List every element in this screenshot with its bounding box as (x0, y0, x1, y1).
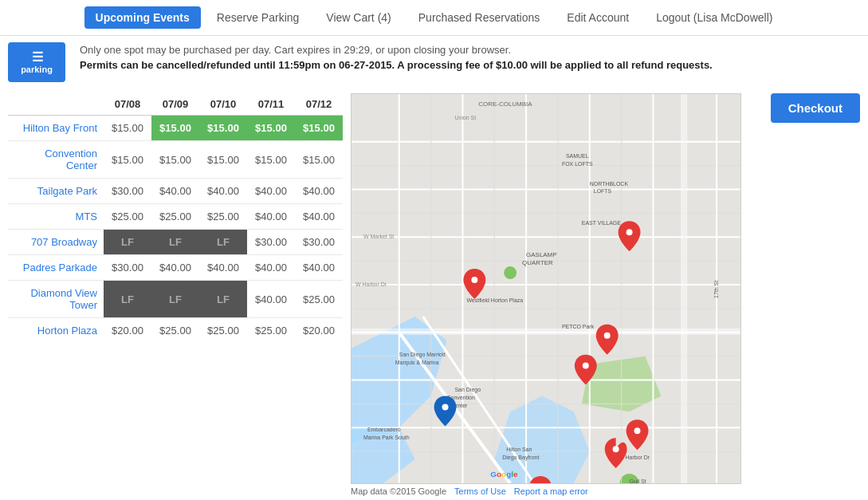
col-header-0709: 07/09 (151, 93, 199, 116)
price-cell-2-3[interactable]: $40.00 (247, 179, 295, 204)
svg-text:W Market St: W Market St (363, 234, 394, 239)
svg-text:GASLAMP: GASLAMP (526, 251, 556, 258)
price-cell-5-4[interactable]: $40.00 (295, 255, 343, 281)
svg-point-71 (634, 427, 641, 434)
price-cell-4-3[interactable]: $30.00 (247, 230, 295, 255)
location-name-2[interactable]: Tailgate Park (8, 179, 104, 204)
price-cell-4-0[interactable]: LF (104, 230, 151, 255)
price-cell-7-3[interactable]: $25.00 (247, 318, 295, 344)
svg-text:Union St: Union St (454, 115, 476, 120)
svg-text:Marquis & Marina: Marquis & Marina (395, 360, 439, 366)
price-cell-2-1[interactable]: $40.00 (151, 179, 199, 204)
price-cell-1-1[interactable]: $15.00 (151, 141, 199, 179)
table-row: Tailgate Park$30.00$40.00$40.00$40.00$40… (8, 179, 343, 204)
price-cell-6-1[interactable]: LF (151, 281, 199, 318)
svg-text:SAMUEL: SAMUEL (566, 153, 589, 159)
price-cell-2-0[interactable]: $30.00 (104, 179, 151, 204)
price-cell-0-4[interactable]: $15.00 (295, 116, 343, 141)
cart-notice: Only one spot may be purchased per day. … (80, 44, 860, 56)
svg-text:CORE-COLUMBIA: CORE-COLUMBIA (478, 100, 532, 108)
table-row: Padres Parkade$30.00$40.00$40.00$40.00$4… (8, 255, 343, 281)
svg-text:Diego Bayfront: Diego Bayfront (502, 455, 539, 461)
svg-text:W Harbor Dr: W Harbor Dr (355, 281, 387, 287)
location-name-3[interactable]: MTS (8, 204, 104, 230)
svg-text:San Diego Marriott: San Diego Marriott (399, 352, 446, 358)
price-cell-1-3[interactable]: $15.00 (247, 141, 295, 179)
table-row: MTS$25.00$25.00$25.00$40.00$40.00 (8, 204, 343, 230)
price-cell-6-4[interactable]: $25.00 (295, 281, 343, 318)
price-cell-7-2[interactable]: $25.00 (199, 318, 247, 344)
svg-text:17th St: 17th St (713, 281, 719, 298)
price-cell-3-4[interactable]: $40.00 (295, 204, 343, 230)
price-cell-1-4[interactable]: $15.00 (295, 141, 343, 179)
price-cell-1-2[interactable]: $15.00 (199, 141, 247, 179)
nav-view-cart[interactable]: View Cart (4) (315, 6, 402, 29)
location-name-6[interactable]: Diamond View Tower (8, 281, 104, 318)
svg-text:Harbor Dr: Harbor Dr (626, 455, 650, 460)
price-cell-3-1[interactable]: $25.00 (151, 204, 199, 230)
col-header-0708: 07/08 (104, 93, 151, 116)
location-name-1[interactable]: Convention Center (8, 141, 104, 179)
location-name-5[interactable]: Padres Parkade (8, 255, 104, 281)
main-content: 07/08 07/09 07/10 07/11 07/12 Hilton Bay… (0, 85, 868, 500)
price-cell-1-0[interactable]: $15.00 (104, 141, 151, 179)
logo-icon: ☰ (32, 49, 42, 65)
table-row: Convention Center$15.00$15.00$15.00$15.0… (8, 141, 343, 179)
price-cell-3-3[interactable]: $40.00 (247, 204, 295, 230)
price-cell-3-2[interactable]: $25.00 (199, 204, 247, 230)
price-cell-5-0[interactable]: $30.00 (104, 255, 151, 281)
table-row: Hilton Bay Front$15.00$15.00$15.00$15.00… (8, 116, 343, 141)
col-header-0711: 07/11 (247, 93, 295, 116)
map-data-label: Map data ©2015 Google (351, 486, 446, 496)
price-cell-3-0[interactable]: $25.00 (104, 204, 151, 230)
svg-text:Gull St: Gull St (630, 478, 646, 483)
price-cell-2-4[interactable]: $40.00 (295, 179, 343, 204)
svg-text:LOFTS: LOFTS (594, 188, 612, 194)
price-cell-5-3[interactable]: $40.00 (247, 255, 295, 281)
price-cell-0-3[interactable]: $15.00 (247, 116, 295, 141)
logo-text: parking (21, 65, 53, 75)
price-cell-4-1[interactable]: LF (151, 230, 199, 255)
location-name-4[interactable]: 707 Broadway (8, 230, 104, 255)
price-cell-0-1[interactable]: $15.00 (151, 116, 199, 141)
notice-area: Only one spot may be purchased per day. … (80, 42, 860, 71)
nav-edit-account[interactable]: Edit Account (556, 6, 640, 29)
col-header-0710: 07/10 (199, 93, 247, 116)
svg-point-65 (604, 333, 611, 339)
map-svg: CORE-COLUMBIA SAMUEL FOX LOFTS NORTHBLOC… (352, 94, 740, 483)
nav-upcoming-events[interactable]: Upcoming Events (84, 6, 201, 29)
svg-text:FOX LOFTS: FOX LOFTS (562, 161, 593, 167)
terms-of-use-link[interactable]: Terms of Use (454, 486, 506, 496)
price-cell-4-4[interactable]: $30.00 (295, 230, 343, 255)
price-cell-5-1[interactable]: $40.00 (151, 255, 199, 281)
svg-text:San Diego: San Diego (454, 387, 481, 393)
price-cell-4-2[interactable]: LF (199, 230, 247, 255)
price-cell-6-3[interactable]: $40.00 (247, 281, 295, 318)
price-cell-0-0[interactable]: $15.00 (104, 116, 151, 141)
price-cell-7-0[interactable]: $20.00 (104, 318, 151, 344)
price-cell-2-2[interactable]: $40.00 (199, 179, 247, 204)
map-footer: Map data ©2015 Google Terms of Use Repor… (351, 486, 860, 496)
col-header-0712: 07/12 (295, 93, 343, 116)
price-cell-7-4[interactable]: $20.00 (295, 318, 343, 344)
svg-point-67 (583, 363, 589, 369)
price-cell-0-2[interactable]: $15.00 (199, 116, 247, 141)
svg-point-69 (442, 404, 449, 410)
table-section: 07/08 07/09 07/10 07/11 07/12 Hilton Bay… (8, 93, 343, 496)
navigation: Upcoming Events Reserve Parking View Car… (0, 0, 868, 36)
price-cell-6-2[interactable]: LF (199, 281, 247, 318)
nav-purchased-reservations[interactable]: Purchased Reservations (407, 6, 552, 29)
nav-logout[interactable]: Logout (Lisa McDowell) (645, 6, 784, 29)
location-name-7[interactable]: Horton Plaza (8, 318, 104, 344)
checkout-button[interactable]: Checkout (771, 93, 860, 123)
report-map-error-link[interactable]: Report a map error (514, 486, 588, 496)
svg-text:EAST VILLAGE: EAST VILLAGE (582, 220, 621, 226)
price-cell-6-0[interactable]: LF (104, 281, 151, 318)
location-name-0[interactable]: Hilton Bay Front (8, 116, 104, 141)
svg-point-73 (613, 446, 619, 452)
price-cell-5-2[interactable]: $40.00 (199, 255, 247, 281)
refund-notice: Permits can be cancelled/refunded until … (80, 59, 860, 71)
nav-reserve-parking[interactable]: Reserve Parking (206, 6, 311, 29)
price-cell-7-1[interactable]: $25.00 (151, 318, 199, 344)
svg-text:QUARTER: QUARTER (522, 259, 553, 266)
